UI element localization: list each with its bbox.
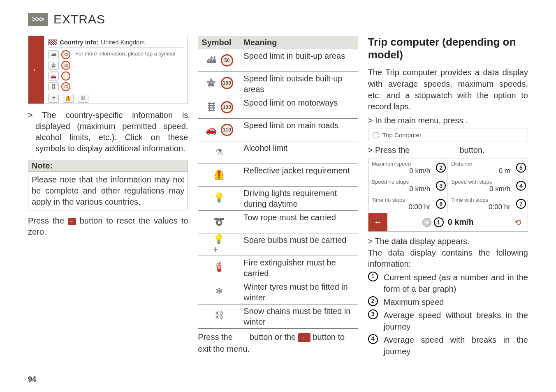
table-row: 🛤130Speed limit on motorways — [198, 96, 358, 119]
trip-speed-value: 0 km/h — [448, 217, 474, 227]
motorway-icon[interactable]: 🛤 — [48, 82, 59, 91]
builtup-icon[interactable]: 🏙 — [48, 50, 59, 59]
trip-titlebar: Trip Computer — [368, 129, 528, 141]
symbol-icon: 🦺 — [213, 170, 225, 180]
symbol-icon: ⛓ — [213, 310, 225, 321]
info-item: 1Current speed (as a number and in the f… — [368, 272, 528, 295]
table-row: ❄Winter tyres must be fitted in winter — [198, 280, 358, 304]
trip-cell-value: 0 km/h — [451, 185, 524, 193]
meaning-cell: Speed limit on motorways — [240, 96, 358, 119]
country-info-paragraph: > The country-specific information is di… — [28, 110, 188, 154]
speed-60[interactable]: 60 — [61, 61, 70, 70]
symbol-icon: 💡 — [213, 192, 225, 203]
content-columns: ← Country info: United Kingdom 🏙30 🛣60 🚗… — [28, 36, 528, 357]
symbol-icon: 🛤 — [205, 102, 218, 113]
speed-limit-circle: 100 — [221, 77, 233, 89]
speed-blank[interactable] — [61, 71, 70, 81]
info-item: 2Maximum speed — [368, 296, 528, 308]
trip-cell-label: Speed with stops — [451, 179, 524, 185]
trip-computer-heading: Trip computer (depending on model) — [368, 36, 528, 61]
trip-cell-value: 0 km/h — [372, 167, 445, 175]
symbol-icon: 🛣 — [205, 78, 218, 88]
callout-1: 1 — [434, 217, 444, 227]
symbol-icon: ⚗ — [213, 147, 225, 158]
table-row: 🛣100Speed limit outside built-up areas — [198, 72, 358, 96]
country-info-value: United Kingdom — [101, 39, 145, 46]
trip-titlebar-text: Trip Computer — [382, 131, 422, 138]
info-callout: 1 — [368, 272, 378, 281]
header: >>> EXTRAS — [28, 12, 528, 29]
reset-instruction: Press the button to reset the values to … — [28, 215, 188, 238]
callout-5: 5 — [516, 163, 526, 173]
foot-mid: button or the — [250, 332, 298, 341]
info-callout: 2 — [368, 296, 378, 306]
column-3: Trip computer (depending on model) The T… — [368, 36, 528, 357]
note-box: Note: Please note that the information m… — [28, 160, 188, 210]
trip-cell: Maximum speed0 km/h2 — [368, 159, 448, 177]
info-text: Average speed with breaks in the journey — [384, 334, 528, 357]
meaning-cell: Winter tyres must be fitted in winter — [240, 280, 358, 304]
chains-mini-icon[interactable]: ⛓ — [78, 94, 88, 103]
country-info-screenshot: ← Country info: United Kingdom 🏙30 🛣60 🚗… — [28, 36, 188, 104]
jacket-mini-icon[interactable]: 🦺 — [63, 94, 74, 103]
meaning-cell: Snow chains must be fitted in winter — [240, 304, 358, 329]
speed-limit-circle: 110 — [221, 124, 233, 136]
trip-back-button[interactable]: ← — [368, 213, 387, 231]
info-text: Current speed (as a number and in the fo… — [384, 272, 528, 295]
exit-back-button-icon[interactable] — [298, 333, 310, 342]
table-row: 🏙50Speed limit in built-up areas — [198, 49, 358, 72]
trip-after-2: The data display contains the following … — [368, 247, 528, 270]
symbol-meaning-table: Symbol Meaning 🏙50Speed limit in built-u… — [198, 36, 358, 329]
table-row: ⚗Alcohol limit — [198, 141, 358, 164]
meaning-cell: Reflective jacket requirement — [240, 164, 358, 187]
trip-cell: Distance0 m5 — [448, 159, 528, 177]
flag-icon — [48, 39, 57, 45]
car-icon[interactable]: 🚗 — [48, 71, 59, 81]
meaning-cell: Spare bulbs must be carried — [240, 233, 358, 256]
table-row: 💡Driving lights requirement during dayti… — [198, 187, 358, 211]
note-body: Please note that the information may not… — [28, 171, 188, 210]
speed-limit-circle: 130 — [221, 101, 233, 113]
info-callout: 3 — [368, 309, 378, 319]
speed-70[interactable]: 70 — [61, 82, 70, 91]
table-row: 🦺Reflective jacket requirement — [198, 164, 358, 187]
outside-icon[interactable]: 🛣 — [48, 61, 59, 70]
trip-cell-label: Time with stops — [451, 197, 524, 203]
back-arrow-red[interactable]: ← — [28, 36, 44, 104]
speed-30[interactable]: 30 — [61, 50, 70, 59]
meaning-cell: Tow rope must be carried — [240, 211, 358, 233]
info-callout: 4 — [368, 334, 378, 344]
page: >>> EXTRAS ← Country info: United Kingdo… — [0, 0, 556, 392]
column-2: Symbol Meaning 🏙50Speed limit in built-u… — [198, 36, 358, 357]
foot-pre: Press the — [198, 332, 235, 341]
trip-cell: Speed with stops0 km/h4 — [448, 177, 528, 195]
trip-info-list: 1Current speed (as a number and in the f… — [368, 272, 528, 357]
trip-reset-button[interactable]: ⟲ — [509, 217, 528, 227]
meaning-cell: Alcohol limit — [240, 141, 358, 164]
trip-cell-label: Distance — [451, 161, 524, 167]
callout-3: 3 — [436, 181, 446, 191]
trip-cell-label: Speed no stops — [372, 179, 445, 185]
symbol-icon: 🏙 — [205, 55, 218, 66]
alcohol-mini-icon[interactable]: ⚗ — [48, 94, 59, 103]
page-number: 94 — [28, 375, 36, 384]
symbol-icon: ➰ — [213, 217, 225, 227]
trip-bottom-bar: ← 1 0 km/h ⟲ — [368, 213, 528, 231]
callout-6: 6 — [436, 199, 446, 209]
table-row: 💡+Spare bulbs must be carried — [198, 233, 358, 256]
section-title: EXTRAS — [53, 12, 105, 26]
country-info-titlebar: Country info: United Kingdom — [48, 39, 183, 48]
gauge-icon — [422, 218, 431, 227]
meaning-cell: Fire extinguisher must be carried — [240, 256, 358, 280]
info-item: 4Average speed with breaks in the journe… — [368, 334, 528, 357]
callout-2: 2 — [436, 163, 446, 173]
table-row: ➰Tow rope must be carried — [198, 211, 358, 233]
wheel-icon — [373, 132, 379, 138]
trip-cell: Speed no stops0 km/h3 — [368, 177, 448, 195]
step2-post: button. — [460, 145, 485, 154]
speed-limit-circle: 50 — [221, 54, 233, 67]
symbol-icon: 🧯 — [213, 262, 225, 272]
trip-speed-gauge: 1 0 km/h — [387, 217, 509, 227]
trip-cell: Time with stops0:00 hr7 — [448, 195, 528, 213]
reset-button-icon[interactable] — [68, 218, 76, 225]
